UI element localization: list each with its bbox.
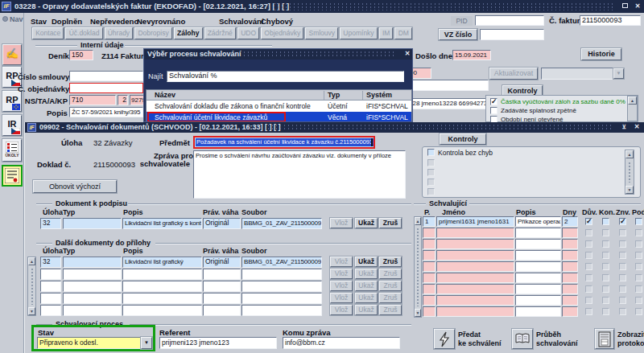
empty-field[interactable] (40, 305, 61, 316)
kon-checkbox[interactable] (602, 308, 609, 315)
duv-checkbox[interactable] (585, 285, 592, 293)
empty-field[interactable] (562, 295, 578, 306)
znv-checkbox[interactable] (619, 274, 626, 281)
empty-field[interactable] (40, 281, 61, 292)
pod-checkbox[interactable] (635, 240, 642, 248)
empty-field[interactable] (242, 281, 322, 292)
faktura-value[interactable]: 2115000093 (580, 15, 641, 26)
duv-checkbox[interactable] (585, 252, 592, 259)
sidebar-item-schvalovani-active[interactable] (2, 165, 23, 187)
popis-input[interactable]: ŽC 57-59/2021 knihy/395 (69, 107, 143, 117)
duv-checkbox[interactable] (585, 229, 592, 236)
empty-field[interactable] (436, 261, 514, 272)
kon-checkbox[interactable] (602, 274, 609, 281)
attach-soubor[interactable]: BBMG_01_ZAV_2115000093 (242, 257, 322, 268)
zadrzne-button[interactable]: Zádržné (204, 27, 236, 39)
zrus-button[interactable]: Zruš (379, 218, 402, 228)
zrus-button[interactable]: Zruš (379, 281, 402, 291)
zrus-button[interactable]: Zruš (379, 305, 402, 315)
empty-field[interactable] (436, 284, 514, 294)
empty-field[interactable] (562, 261, 578, 272)
pod-checkbox[interactable] (635, 263, 642, 270)
popup-row-2-selected[interactable]: Schvalování účetní likvidace závazků Věc… (147, 112, 411, 122)
duv-checkbox[interactable] (585, 218, 592, 225)
referent-input[interactable]: prijmeni123 jmeno123 (159, 337, 277, 349)
zalohy-button[interactable]: Zálohy (174, 27, 203, 39)
predmet-input[interactable]: Požadavek na schválení účetní likvidace … (193, 136, 375, 149)
ukaz-button[interactable]: Ukaž (355, 305, 378, 315)
sidebar-item-ukoly[interactable]: ÚKOLY (2, 139, 22, 162)
kon-checkbox[interactable] (602, 252, 609, 259)
scroll-down-icon[interactable]: ▼ (28, 307, 35, 315)
zrus-button[interactable]: Zruš (379, 269, 402, 279)
kon-checkbox[interactable] (602, 297, 609, 304)
kontrola-bez-chyb-checkbox[interactable] (427, 149, 435, 156)
doslo-dne-input[interactable]: 15.09.2021 (452, 50, 491, 60)
dm-button[interactable]: DM (394, 27, 412, 39)
empty-field[interactable] (562, 228, 578, 238)
empty-checkbox[interactable] (427, 179, 435, 186)
doc-soubor[interactable]: BBMG_01_ZAV_2115000093 (242, 218, 322, 229)
znv-checkbox[interactable] (619, 297, 626, 304)
scrollbar[interactable]: ▲ (627, 96, 638, 121)
znv-checkbox[interactable] (619, 308, 626, 315)
doc-vaha[interactable]: Originál (203, 218, 241, 229)
c-objednavky-input[interactable] (69, 83, 143, 93)
ukaz-button[interactable]: Ukaž (355, 257, 378, 267)
empty-field[interactable] (423, 261, 436, 272)
vloz-button[interactable]: Vlož (330, 269, 353, 279)
znv-checkbox[interactable] (619, 240, 626, 248)
ukaz-button[interactable]: Ukaž (355, 281, 378, 291)
empty-field[interactable] (203, 293, 241, 304)
nav-icon[interactable] (2, 16, 8, 22)
empty-field[interactable] (562, 250, 578, 261)
close-icon[interactable]: ✕ (633, 2, 642, 10)
empty-field[interactable] (122, 305, 202, 316)
obnovit-vychozi-button[interactable]: Obnovit výchozí (33, 180, 117, 193)
chevron-down-icon[interactable]: ▼ (141, 337, 152, 349)
empty-field[interactable] (515, 228, 561, 238)
empty-field[interactable] (122, 293, 202, 304)
empty-field[interactable] (242, 305, 322, 316)
ukaz-button[interactable]: Ukaž (355, 293, 378, 303)
ukaz-button[interactable]: Ukaž (355, 218, 378, 228)
objednavky-button[interactable]: Objednávky (261, 27, 303, 39)
duv-checkbox[interactable] (585, 297, 592, 304)
empty-field[interactable] (122, 269, 202, 280)
uhrady-button[interactable]: Úhrady (105, 27, 134, 39)
im-button[interactable]: IM (379, 27, 394, 39)
empty-checkbox[interactable] (427, 188, 435, 195)
partner-input[interactable]: 228 jmeno13228 66994273 (407, 98, 488, 109)
prubeh-schvalovani-button[interactable] (512, 329, 533, 349)
empty-field[interactable] (63, 293, 122, 304)
close-icon[interactable]: ✕ (402, 49, 412, 58)
empty-field[interactable] (436, 228, 514, 238)
scrollbar[interactable]: ▲ ▼ (414, 216, 422, 318)
scroll-up-icon[interactable]: ▲ (628, 96, 637, 105)
empty-field[interactable] (203, 305, 241, 316)
predat-ke-schvaleni-button[interactable] (434, 329, 455, 349)
empty-field[interactable] (203, 281, 241, 292)
scroll-up-icon[interactable]: ▲ (415, 217, 421, 225)
upominky-button[interactable]: Upomínky (340, 27, 378, 39)
zprava-textarea[interactable]: Prosime o schválení návrhu zaúčtování zá… (193, 150, 406, 199)
sch-jmeno[interactable]: prijmeni1631 jmeno1631 (436, 216, 514, 227)
scroll-up-icon[interactable]: ▲ (28, 257, 35, 265)
komu-zprava-input[interactable]: info@bbm.cz (283, 337, 400, 349)
sidebar-item-edit[interactable]: ✍ (2, 44, 22, 65)
chevron-down-icon[interactable]: ▼ (613, 68, 624, 79)
scrollbar[interactable]: ▲ ▼ (625, 150, 634, 195)
dobropisy-button[interactable]: Dobropisy (134, 27, 172, 39)
empty-checkbox[interactable] (427, 159, 435, 166)
empty-field[interactable] (203, 269, 241, 280)
empty-field[interactable] (515, 261, 561, 272)
zobrazit-protokol-button[interactable] (595, 329, 614, 349)
historie-button[interactable]: Historie (581, 48, 621, 60)
empty-field[interactable] (436, 250, 514, 261)
empty-field[interactable] (423, 239, 436, 249)
ns-input-2[interactable]: 2 (118, 95, 128, 105)
najit-input[interactable]: Schvalování % (167, 71, 404, 82)
ns-input-1[interactable]: 710 (69, 95, 116, 105)
zrus-button[interactable]: Zruš (379, 257, 402, 267)
empty-field[interactable] (515, 273, 561, 283)
